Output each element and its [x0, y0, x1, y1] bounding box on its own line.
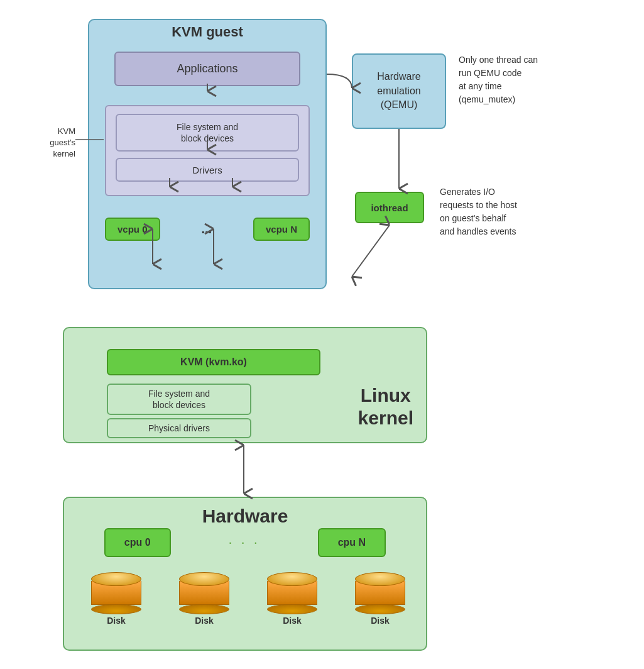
- cpu-dots: · · ·: [228, 534, 260, 551]
- disk-2: Disk: [179, 572, 229, 626]
- guest-kernel-box: File system andblock devices Drivers: [105, 105, 310, 196]
- vcpuN-box: vcpu N: [253, 218, 310, 241]
- kvm-guest-box: KVM guest Applications File system andbl…: [88, 19, 327, 289]
- fs-block-linux-box: File system andblock devices: [107, 384, 251, 415]
- disk-2-label: Disk: [195, 616, 214, 626]
- drivers-box: Drivers: [116, 158, 299, 182]
- diagram-container: KVM guest Applications File system andbl…: [0, 0, 644, 669]
- physical-drivers-box: Physical drivers: [107, 418, 251, 438]
- vcpu0-label: vcpu 0: [117, 224, 148, 235]
- iothread-box: iothread: [355, 192, 424, 223]
- disk-3: Disk: [267, 572, 317, 626]
- cpu-area: cpu 0 · · · cpu N: [75, 528, 415, 557]
- disk-1: Disk: [91, 572, 141, 626]
- kvm-guest-title: KVM guest: [89, 19, 325, 40]
- applications-label: Applications: [177, 62, 237, 75]
- fs-block-guest-label: File system andblock devices: [177, 121, 238, 144]
- disk-1-top: [91, 572, 141, 586]
- disk-2-bottom: [179, 604, 229, 614]
- cpu0-label: cpu 0: [124, 537, 151, 548]
- disk-4-label: Disk: [371, 616, 390, 626]
- cpu0-box: cpu 0: [104, 528, 171, 557]
- cpuN-box: cpu N: [318, 528, 386, 557]
- vcpu0-box: vcpu 0: [105, 218, 160, 241]
- physical-drivers-label: Physical drivers: [148, 423, 210, 433]
- linux-kernel-title: Linuxkernel: [358, 384, 413, 429]
- vcpuN-label: vcpu N: [266, 224, 297, 235]
- kvm-ko-box: KVM (kvm.ko): [107, 349, 320, 375]
- applications-box: Applications: [114, 52, 300, 86]
- disk-4-bottom: [355, 604, 405, 614]
- kvm-kernel-label: KVMguest'skernel: [13, 126, 75, 160]
- hw-emulation-label: Hardwareemulation(QEMU): [377, 70, 420, 112]
- vcpu-dots: ...: [166, 222, 247, 236]
- kvm-ko-label: KVM (kvm.ko): [180, 357, 247, 368]
- arrow-iothread-kvm: [352, 225, 390, 277]
- hw-emulation-box: Hardwareemulation(QEMU): [352, 53, 446, 129]
- arrow-apps-to-hwemu: [327, 74, 352, 88]
- disk-1-label: Disk: [107, 616, 126, 626]
- disk-3-bottom: [267, 604, 317, 614]
- annotation-io: Generates I/Orequests to the hoston gues…: [440, 185, 578, 238]
- disk-area: Disk Disk Disk Disk: [72, 572, 424, 626]
- disk-1-bottom: [91, 604, 141, 614]
- vcpu-area: vcpu 0 ... vcpu N: [105, 212, 310, 246]
- annotation-mutex: Only one thread canrun QEMU codeat any t…: [459, 53, 584, 106]
- disk-4-top: [355, 572, 405, 586]
- fs-block-guest-box: File system andblock devices: [116, 114, 299, 152]
- cpuN-label: cpu N: [338, 537, 366, 548]
- disk-4: Disk: [355, 572, 405, 626]
- disk-3-label: Disk: [283, 616, 302, 626]
- iothread-label: iothread: [371, 202, 408, 213]
- fs-block-linux-label: File system andblock devices: [148, 388, 210, 411]
- drivers-label: Drivers: [192, 165, 222, 175]
- disk-2-top: [179, 572, 229, 586]
- hardware-title: Hardware: [64, 498, 426, 527]
- disk-3-top: [267, 572, 317, 586]
